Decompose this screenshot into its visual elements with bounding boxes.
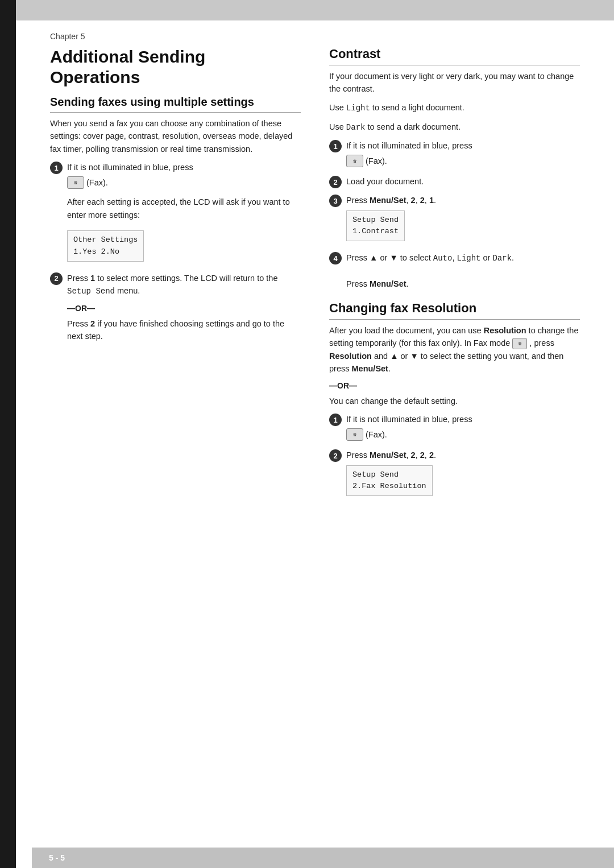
lcd-contrast-line2: 1.Contrast — [352, 227, 399, 235]
page-footer: 5 - 5 — [32, 848, 614, 868]
intro-para: When you send a fax you can choose any c… — [50, 117, 301, 155]
contrast-step3-number: 3 — [329, 195, 342, 207]
res-step1-text: If it is not illuminated in blue, press — [346, 415, 472, 424]
contrast-step3: 3 Press Menu/Set, 2, 2, 1. Setup Send 1.… — [329, 194, 580, 246]
sub-title-text: Sending faxes using multiple settings — [50, 96, 254, 108]
res-fax-label: (Fax). — [366, 428, 387, 441]
contrast-para1: If your document is very light or very d… — [329, 70, 580, 96]
contrast-fax-btn: ☎ (Fax). — [346, 155, 387, 167]
step1-text: If it is not illuminated in blue, press — [67, 163, 193, 172]
resolution-default-note: You can change the default setting. — [329, 395, 580, 407]
lcd-resolution: Setup Send 2.Fax Resolution — [346, 465, 433, 497]
contrast-step1: 1 If it is not illuminated in blue, pres… — [329, 139, 580, 170]
fax-button-group: ☎ (Fax). — [67, 176, 108, 189]
lcd-other-settings: Other Settings 1.Yes 2.No — [67, 230, 144, 262]
res-fax-icon: ☎ — [346, 428, 363, 441]
contrast-step1-content: If it is not illuminated in blue, press … — [346, 139, 580, 170]
contrast-fax-icon: ☎ — [346, 155, 363, 167]
lcd-resolution-line1: Setup Send — [352, 470, 399, 479]
res-step1-number: 1 — [329, 414, 342, 426]
step2b-text: Press 2 if you have finished choosing se… — [67, 317, 301, 343]
contrast-step2-content: Load your document. — [346, 175, 580, 188]
resolution-title-text: Changing fax Resolution — [329, 301, 476, 315]
res-step1-content: If it is not illuminated in blue, press … — [346, 413, 580, 443]
contrast-step4-content: Press ▲ or ▼ to select Auto, Light or Da… — [346, 251, 580, 291]
sub-title: Sending faxes using multiple settings — [50, 96, 301, 113]
res-step2: 2 Press Menu/Set, 2, 2, 2. Setup Send 2.… — [329, 449, 580, 501]
right-column: Contrast If your document is very light … — [329, 47, 580, 857]
page-number: 5 - 5 — [49, 853, 65, 862]
page-container: Chapter 5 Additional Sending Operations … — [0, 0, 614, 868]
res-fax-btn: ☎ (Fax). — [346, 428, 387, 441]
main-title-line1: Additional Sending — [50, 47, 205, 66]
step1-number: 1 — [50, 162, 63, 174]
or-divider-left: —OR— — [67, 304, 301, 313]
lcd-line2: 1.Yes 2.No — [73, 247, 119, 256]
contrast-step1-number: 1 — [329, 140, 342, 152]
content-area: Chapter 5 Additional Sending Operations … — [16, 20, 614, 868]
contrast-step3-content: Press Menu/Set, 2, 2, 1. Setup Send 1.Co… — [346, 194, 580, 246]
resolution-title: Changing fax Resolution — [329, 301, 580, 320]
contrast-step2-number: 2 — [329, 176, 342, 188]
contrast-step1-text: If it is not illuminated in blue, press — [346, 141, 472, 150]
contrast-step4: 4 Press ▲ or ▼ to select Auto, Light or … — [329, 251, 580, 291]
fax-label-left: (Fax). — [86, 176, 108, 189]
left-sidebar — [0, 0, 16, 868]
res-step1: 1 If it is not illuminated in blue, pres… — [329, 413, 580, 443]
chapter-label: Chapter 5 — [16, 20, 614, 41]
lcd-contrast-line1: Setup Send — [352, 216, 399, 224]
resolution-or: —OR— — [329, 381, 580, 390]
left-column: Additional Sending Operations Sending fa… — [50, 47, 301, 857]
top-bar — [0, 0, 614, 20]
res-step2-number: 2 — [329, 449, 342, 462]
contrast-title: Contrast — [329, 47, 580, 65]
after-step1-para: After each setting is accepted, the LCD … — [67, 196, 301, 221]
contrast-fax-label: (Fax). — [366, 155, 387, 167]
contrast-step2: 2 Load your document. — [329, 175, 580, 188]
contrast-step4-number: 4 — [329, 252, 342, 264]
step1: 1 If it is not illuminated in blue, pres… — [50, 161, 301, 266]
step2-content: Press 1 to select more settings. The LCD… — [67, 272, 301, 298]
resolution-para1: After you load the document, you can use… — [329, 324, 580, 375]
or-label: —OR— — [67, 304, 301, 313]
step2-number: 2 — [50, 272, 63, 285]
resolution-fax-icon-inline: ☎ — [512, 338, 527, 349]
lcd-resolution-line2: 2.Fax Resolution — [352, 482, 426, 490]
res-step2-content: Press Menu/Set, 2, 2, 2. Setup Send 2.Fa… — [346, 449, 580, 501]
main-title-line2: Operations — [50, 68, 140, 86]
lcd-contrast: Setup Send 1.Contrast — [346, 210, 405, 242]
contrast-dark-note: Use Dark to send a dark document. — [329, 121, 580, 134]
chapter-text: Chapter 5 — [50, 32, 85, 41]
contrast-title-text: Contrast — [329, 47, 380, 61]
step1-content: If it is not illuminated in blue, press … — [67, 161, 301, 266]
contrast-light-note: Use Light to send a light document. — [329, 101, 580, 115]
main-title: Additional Sending Operations — [50, 47, 301, 88]
fax-icon: ☎ — [67, 176, 84, 189]
step2: 2 Press 1 to select more settings. The L… — [50, 272, 301, 298]
two-columns: Additional Sending Operations Sending fa… — [16, 41, 614, 868]
lcd-line1: Other Settings — [73, 235, 138, 244]
